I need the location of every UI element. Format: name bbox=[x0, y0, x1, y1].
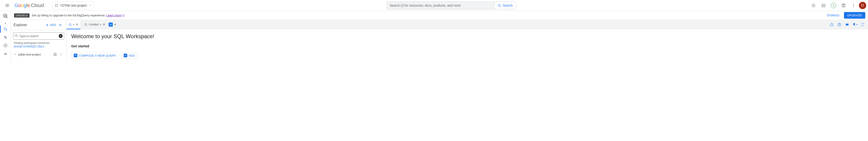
workspace-subtitle: Get started bbox=[71, 44, 864, 48]
svg-point-47 bbox=[85, 23, 87, 25]
explorer-project-name: ydtak-test-project bbox=[18, 53, 52, 56]
more-button[interactable] bbox=[849, 1, 858, 10]
svg-point-43 bbox=[61, 54, 61, 54]
svg-point-17 bbox=[814, 6, 815, 7]
caret-down-icon[interactable]: ▾ bbox=[100, 23, 101, 26]
svg-point-6 bbox=[57, 6, 58, 7]
explorer-body: ? Viewing workspace resources. SHOW STAR… bbox=[11, 30, 66, 58]
svg-point-15 bbox=[812, 6, 813, 7]
explorer-collapse-button[interactable] bbox=[57, 21, 65, 29]
nav-menu-button[interactable] bbox=[2, 0, 13, 11]
banner-upgrade-button[interactable]: UPGRADE bbox=[844, 12, 865, 19]
sandbox-badge: SANDBOX bbox=[14, 14, 30, 18]
expand-caret-icon bbox=[13, 53, 17, 56]
global-search: Search bbox=[387, 2, 516, 9]
rail-scheduled-queries[interactable] bbox=[0, 41, 11, 50]
svg-point-14 bbox=[814, 5, 815, 6]
explorer-add-button[interactable]: ADD bbox=[44, 22, 57, 28]
workspace-keyboard-button[interactable] bbox=[844, 21, 850, 28]
svg-point-39 bbox=[15, 34, 17, 37]
explorer-search-input[interactable] bbox=[19, 34, 57, 38]
main-layout: SANDBOX Set up billing to upgrade to the… bbox=[0, 11, 868, 63]
rail-data-transfers[interactable] bbox=[0, 33, 11, 41]
explorer-project-row[interactable]: ydtak-test-project bbox=[13, 50, 64, 58]
bigquery-product-icon[interactable] bbox=[1, 12, 9, 20]
tab-untitled-text: Untitled bbox=[89, 23, 99, 26]
svg-point-5 bbox=[55, 6, 56, 7]
apps-grid-icon bbox=[811, 3, 815, 7]
workspace-feedback-button[interactable]: ▾ bbox=[852, 21, 858, 28]
workspace-body: Welcome to your SQL Workspace! Get start… bbox=[67, 29, 868, 63]
banner-learn-more-link[interactable]: Learn more bbox=[106, 14, 125, 17]
cloud-shell-button[interactable] bbox=[819, 1, 828, 10]
rail-divider-dot bbox=[5, 23, 6, 24]
banner-text: Set up billing to upgrade to the full Bi… bbox=[32, 14, 125, 17]
svg-line-28 bbox=[6, 30, 7, 30]
workspace-panel: ▾ Untitled ▾ bbox=[67, 20, 868, 63]
speedometer-icon bbox=[3, 52, 7, 56]
explorer-viewing-text: Viewing workspace resources. bbox=[13, 41, 64, 45]
tab-strip: ▾ Untitled ▾ bbox=[67, 20, 868, 29]
search-button[interactable]: Search bbox=[494, 2, 516, 9]
workspace-actions: + COMPOSE A NEW QUERY + ADD bbox=[71, 52, 864, 59]
search-icon bbox=[15, 34, 18, 38]
home-icon bbox=[68, 23, 72, 26]
explorer-title: Explorer bbox=[13, 23, 44, 27]
workspace-fullscreen-button[interactable] bbox=[859, 21, 866, 28]
header-center: Search bbox=[96, 2, 807, 9]
svg-line-26 bbox=[6, 17, 7, 18]
explorer-panel: Explorer ADD ? bbox=[11, 20, 67, 63]
tab-untitled[interactable]: Untitled ▾ bbox=[82, 20, 107, 29]
tab-close-button[interactable] bbox=[102, 23, 105, 26]
svg-point-22 bbox=[853, 4, 854, 4]
project-more-button[interactable] bbox=[58, 52, 64, 56]
svg-point-42 bbox=[61, 53, 61, 53]
svg-point-31 bbox=[4, 37, 5, 37]
star-button[interactable] bbox=[53, 52, 58, 56]
workspace-home-button[interactable] bbox=[829, 21, 835, 28]
workspace-add-button[interactable]: + ADD bbox=[121, 52, 137, 59]
free-trial-count: 1 bbox=[833, 4, 834, 7]
tab-close-button[interactable] bbox=[75, 23, 79, 26]
project-picker[interactable]: YDTAK test project bbox=[52, 2, 94, 9]
rail-sql-workspace[interactable] bbox=[0, 25, 11, 33]
new-tab-button[interactable]: + bbox=[109, 23, 113, 27]
query-icon bbox=[84, 23, 87, 26]
tab-divider bbox=[81, 22, 82, 27]
free-trial-status[interactable]: 1 bbox=[829, 1, 838, 10]
svg-point-23 bbox=[853, 5, 854, 6]
cloud-word: Cloud bbox=[31, 2, 44, 8]
panel-collapse-icon bbox=[59, 23, 63, 27]
explorer-header: Explorer ADD bbox=[11, 20, 66, 30]
terminal-icon bbox=[822, 3, 826, 7]
info-icon bbox=[838, 23, 841, 26]
apps-button[interactable] bbox=[809, 1, 818, 10]
svg-point-9 bbox=[812, 4, 813, 4]
tab-untitled-label: Untitled ▾ bbox=[84, 23, 101, 26]
svg-rect-55 bbox=[854, 25, 855, 26]
tabstrip-right: ▾ bbox=[829, 21, 867, 28]
caret-down-icon[interactable]: ▾ bbox=[73, 23, 74, 26]
new-tab-dropdown[interactable]: ▾ bbox=[115, 23, 116, 26]
svg-point-4 bbox=[57, 4, 58, 5]
help-button[interactable] bbox=[839, 1, 848, 10]
top-header: Google Cloud YDTAK test project Search bbox=[0, 0, 868, 11]
avatar-letter: D bbox=[861, 3, 864, 7]
svg-point-16 bbox=[813, 6, 814, 7]
explorer-search: ? bbox=[13, 32, 64, 40]
banner-dismiss-button[interactable]: DISMISS bbox=[825, 12, 842, 18]
svg-point-3 bbox=[55, 4, 56, 5]
workspace-info-button[interactable] bbox=[836, 21, 843, 28]
search-icon bbox=[498, 4, 501, 7]
tab-home[interactable]: ▾ bbox=[67, 20, 80, 29]
banner-link-label: Learn more bbox=[106, 14, 121, 17]
svg-point-13 bbox=[813, 5, 814, 6]
rail-capacity-management[interactable] bbox=[0, 50, 11, 58]
google-cloud-logo[interactable]: Google Cloud bbox=[14, 2, 44, 8]
compose-query-button[interactable]: + COMPOSE A NEW QUERY bbox=[71, 52, 119, 59]
explorer-search-help-button[interactable]: ? bbox=[59, 34, 63, 38]
search-input[interactable] bbox=[387, 2, 494, 9]
account-avatar[interactable]: D bbox=[859, 2, 866, 9]
show-starred-only-link[interactable]: SHOW STARRED ONLY bbox=[13, 45, 64, 48]
compose-query-label: COMPOSE A NEW QUERY bbox=[79, 54, 116, 57]
